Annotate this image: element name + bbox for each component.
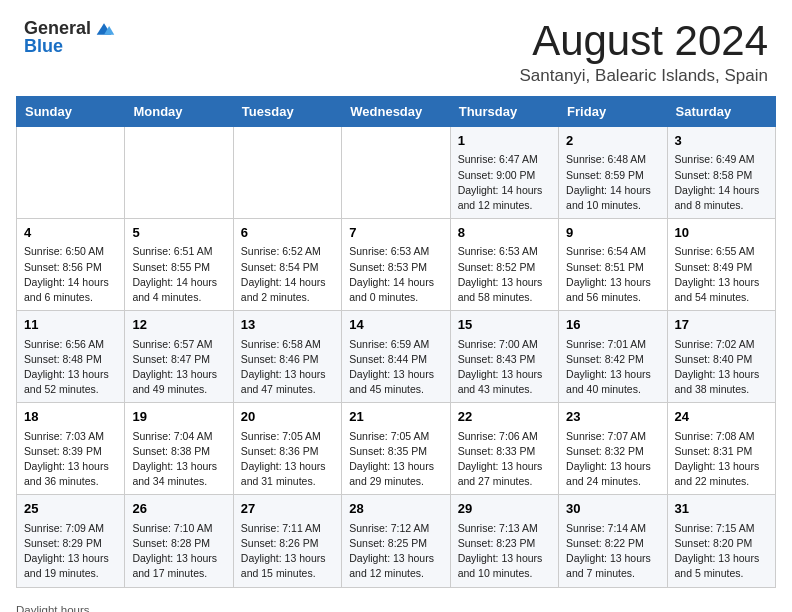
- day-number: 31: [675, 500, 768, 518]
- day-info: Sunrise: 7:03 AM Sunset: 8:39 PM Dayligh…: [24, 429, 117, 490]
- calendar-cell: 1Sunrise: 6:47 AM Sunset: 9:00 PM Daylig…: [450, 127, 558, 219]
- calendar-cell: 7Sunrise: 6:53 AM Sunset: 8:53 PM Daylig…: [342, 219, 450, 311]
- calendar-cell: 8Sunrise: 6:53 AM Sunset: 8:52 PM Daylig…: [450, 219, 558, 311]
- day-info: Sunrise: 7:10 AM Sunset: 8:28 PM Dayligh…: [132, 521, 225, 582]
- calendar-cell: 22Sunrise: 7:06 AM Sunset: 8:33 PM Dayli…: [450, 403, 558, 495]
- weekday-header-friday: Friday: [559, 97, 667, 127]
- day-number: 12: [132, 316, 225, 334]
- calendar-cell: 5Sunrise: 6:51 AM Sunset: 8:55 PM Daylig…: [125, 219, 233, 311]
- week-row-4: 18Sunrise: 7:03 AM Sunset: 8:39 PM Dayli…: [17, 403, 776, 495]
- day-number: 11: [24, 316, 117, 334]
- day-number: 20: [241, 408, 334, 426]
- day-info: Sunrise: 6:51 AM Sunset: 8:55 PM Dayligh…: [132, 244, 225, 305]
- day-number: 5: [132, 224, 225, 242]
- day-info: Sunrise: 6:57 AM Sunset: 8:47 PM Dayligh…: [132, 337, 225, 398]
- calendar-wrapper: SundayMondayTuesdayWednesdayThursdayFrid…: [0, 96, 792, 599]
- calendar-cell: 17Sunrise: 7:02 AM Sunset: 8:40 PM Dayli…: [667, 311, 775, 403]
- day-info: Sunrise: 7:06 AM Sunset: 8:33 PM Dayligh…: [458, 429, 551, 490]
- page-header: General Blue August 2024 Santanyi, Balea…: [0, 0, 792, 96]
- day-number: 21: [349, 408, 442, 426]
- day-number: 17: [675, 316, 768, 334]
- day-number: 28: [349, 500, 442, 518]
- weekday-row: SundayMondayTuesdayWednesdayThursdayFrid…: [17, 97, 776, 127]
- day-info: Sunrise: 6:49 AM Sunset: 8:58 PM Dayligh…: [675, 152, 768, 213]
- weekday-header-saturday: Saturday: [667, 97, 775, 127]
- calendar-cell: 27Sunrise: 7:11 AM Sunset: 8:26 PM Dayli…: [233, 495, 341, 587]
- calendar-cell: 16Sunrise: 7:01 AM Sunset: 8:42 PM Dayli…: [559, 311, 667, 403]
- calendar-cell: [233, 127, 341, 219]
- day-number: 19: [132, 408, 225, 426]
- calendar-cell: 11Sunrise: 6:56 AM Sunset: 8:48 PM Dayli…: [17, 311, 125, 403]
- day-info: Sunrise: 6:53 AM Sunset: 8:52 PM Dayligh…: [458, 244, 551, 305]
- calendar-cell: 10Sunrise: 6:55 AM Sunset: 8:49 PM Dayli…: [667, 219, 775, 311]
- day-info: Sunrise: 6:55 AM Sunset: 8:49 PM Dayligh…: [675, 244, 768, 305]
- day-number: 9: [566, 224, 659, 242]
- day-info: Sunrise: 7:05 AM Sunset: 8:36 PM Dayligh…: [241, 429, 334, 490]
- day-number: 25: [24, 500, 117, 518]
- day-info: Sunrise: 6:59 AM Sunset: 8:44 PM Dayligh…: [349, 337, 442, 398]
- day-info: Sunrise: 6:47 AM Sunset: 9:00 PM Dayligh…: [458, 152, 551, 213]
- day-number: 24: [675, 408, 768, 426]
- calendar-cell: 14Sunrise: 6:59 AM Sunset: 8:44 PM Dayli…: [342, 311, 450, 403]
- week-row-1: 1Sunrise: 6:47 AM Sunset: 9:00 PM Daylig…: [17, 127, 776, 219]
- footer: Daylight hours: [0, 600, 792, 613]
- week-row-3: 11Sunrise: 6:56 AM Sunset: 8:48 PM Dayli…: [17, 311, 776, 403]
- calendar-cell: 25Sunrise: 7:09 AM Sunset: 8:29 PM Dayli…: [17, 495, 125, 587]
- day-info: Sunrise: 7:07 AM Sunset: 8:32 PM Dayligh…: [566, 429, 659, 490]
- day-number: 26: [132, 500, 225, 518]
- day-info: Sunrise: 7:01 AM Sunset: 8:42 PM Dayligh…: [566, 337, 659, 398]
- logo-icon: [93, 18, 115, 40]
- day-number: 16: [566, 316, 659, 334]
- day-info: Sunrise: 7:08 AM Sunset: 8:31 PM Dayligh…: [675, 429, 768, 490]
- calendar-cell: [125, 127, 233, 219]
- day-number: 2: [566, 132, 659, 150]
- day-info: Sunrise: 7:00 AM Sunset: 8:43 PM Dayligh…: [458, 337, 551, 398]
- calendar-cell: 29Sunrise: 7:13 AM Sunset: 8:23 PM Dayli…: [450, 495, 558, 587]
- day-number: 29: [458, 500, 551, 518]
- day-number: 14: [349, 316, 442, 334]
- day-number: 6: [241, 224, 334, 242]
- calendar-cell: 2Sunrise: 6:48 AM Sunset: 8:59 PM Daylig…: [559, 127, 667, 219]
- calendar-cell: 15Sunrise: 7:00 AM Sunset: 8:43 PM Dayli…: [450, 311, 558, 403]
- day-info: Sunrise: 6:48 AM Sunset: 8:59 PM Dayligh…: [566, 152, 659, 213]
- calendar-cell: 28Sunrise: 7:12 AM Sunset: 8:25 PM Dayli…: [342, 495, 450, 587]
- day-info: Sunrise: 7:02 AM Sunset: 8:40 PM Dayligh…: [675, 337, 768, 398]
- calendar-cell: 19Sunrise: 7:04 AM Sunset: 8:38 PM Dayli…: [125, 403, 233, 495]
- day-number: 8: [458, 224, 551, 242]
- day-info: Sunrise: 7:13 AM Sunset: 8:23 PM Dayligh…: [458, 521, 551, 582]
- footer-text: Daylight hours: [16, 604, 90, 613]
- week-row-2: 4Sunrise: 6:50 AM Sunset: 8:56 PM Daylig…: [17, 219, 776, 311]
- week-row-5: 25Sunrise: 7:09 AM Sunset: 8:29 PM Dayli…: [17, 495, 776, 587]
- day-number: 3: [675, 132, 768, 150]
- day-info: Sunrise: 6:52 AM Sunset: 8:54 PM Dayligh…: [241, 244, 334, 305]
- day-number: 30: [566, 500, 659, 518]
- calendar-cell: 26Sunrise: 7:10 AM Sunset: 8:28 PM Dayli…: [125, 495, 233, 587]
- subtitle: Santanyi, Balearic Islands, Spain: [519, 66, 768, 86]
- calendar-cell: 23Sunrise: 7:07 AM Sunset: 8:32 PM Dayli…: [559, 403, 667, 495]
- day-number: 27: [241, 500, 334, 518]
- calendar-cell: 6Sunrise: 6:52 AM Sunset: 8:54 PM Daylig…: [233, 219, 341, 311]
- calendar-header: SundayMondayTuesdayWednesdayThursdayFrid…: [17, 97, 776, 127]
- calendar-cell: 4Sunrise: 6:50 AM Sunset: 8:56 PM Daylig…: [17, 219, 125, 311]
- day-info: Sunrise: 7:12 AM Sunset: 8:25 PM Dayligh…: [349, 521, 442, 582]
- weekday-header-sunday: Sunday: [17, 97, 125, 127]
- calendar-cell: [342, 127, 450, 219]
- calendar-body: 1Sunrise: 6:47 AM Sunset: 9:00 PM Daylig…: [17, 127, 776, 587]
- day-number: 7: [349, 224, 442, 242]
- day-info: Sunrise: 7:15 AM Sunset: 8:20 PM Dayligh…: [675, 521, 768, 582]
- calendar-cell: 3Sunrise: 6:49 AM Sunset: 8:58 PM Daylig…: [667, 127, 775, 219]
- day-info: Sunrise: 7:14 AM Sunset: 8:22 PM Dayligh…: [566, 521, 659, 582]
- calendar-table: SundayMondayTuesdayWednesdayThursdayFrid…: [16, 96, 776, 587]
- calendar-cell: 24Sunrise: 7:08 AM Sunset: 8:31 PM Dayli…: [667, 403, 775, 495]
- calendar-cell: 9Sunrise: 6:54 AM Sunset: 8:51 PM Daylig…: [559, 219, 667, 311]
- day-number: 22: [458, 408, 551, 426]
- calendar-cell: 31Sunrise: 7:15 AM Sunset: 8:20 PM Dayli…: [667, 495, 775, 587]
- day-number: 10: [675, 224, 768, 242]
- day-number: 1: [458, 132, 551, 150]
- day-info: Sunrise: 7:05 AM Sunset: 8:35 PM Dayligh…: [349, 429, 442, 490]
- day-info: Sunrise: 7:09 AM Sunset: 8:29 PM Dayligh…: [24, 521, 117, 582]
- day-info: Sunrise: 6:58 AM Sunset: 8:46 PM Dayligh…: [241, 337, 334, 398]
- main-title: August 2024: [519, 18, 768, 64]
- calendar-cell: 20Sunrise: 7:05 AM Sunset: 8:36 PM Dayli…: [233, 403, 341, 495]
- weekday-header-wednesday: Wednesday: [342, 97, 450, 127]
